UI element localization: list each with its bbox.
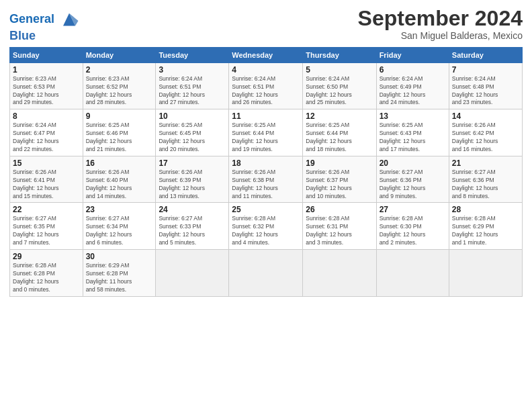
col-saturday: Saturday bbox=[449, 47, 522, 62]
day-info: Sunrise: 6:24 AM Sunset: 6:49 PM Dayligh… bbox=[380, 75, 446, 107]
table-row: 19Sunrise: 6:26 AM Sunset: 6:37 PM Dayli… bbox=[303, 156, 376, 203]
col-sunday: Sunday bbox=[10, 47, 83, 62]
day-info: Sunrise: 6:27 AM Sunset: 6:35 PM Dayligh… bbox=[13, 215, 80, 247]
day-info: Sunrise: 6:25 AM Sunset: 6:45 PM Dayligh… bbox=[159, 122, 226, 154]
day-info: Sunrise: 6:28 AM Sunset: 6:31 PM Dayligh… bbox=[306, 215, 373, 247]
table-row: 7Sunrise: 6:24 AM Sunset: 6:48 PM Daylig… bbox=[449, 62, 522, 109]
table-row: 20Sunrise: 6:27 AM Sunset: 6:36 PM Dayli… bbox=[376, 156, 449, 203]
day-info: Sunrise: 6:26 AM Sunset: 6:42 PM Dayligh… bbox=[452, 122, 519, 154]
table-row bbox=[449, 250, 522, 297]
day-info: Sunrise: 6:23 AM Sunset: 6:53 PM Dayligh… bbox=[13, 75, 80, 107]
day-number: 16 bbox=[86, 158, 153, 168]
month-title: September 2024 bbox=[358, 7, 523, 30]
table-row: 17Sunrise: 6:26 AM Sunset: 6:39 PM Dayli… bbox=[156, 156, 229, 203]
table-row: 30Sunrise: 6:29 AM Sunset: 6:28 PM Dayli… bbox=[83, 250, 156, 297]
col-wednesday: Wednesday bbox=[229, 47, 303, 62]
table-row: 9Sunrise: 6:25 AM Sunset: 6:46 PM Daylig… bbox=[83, 109, 156, 156]
day-number: 29 bbox=[13, 252, 80, 261]
day-number: 5 bbox=[306, 65, 373, 75]
col-monday: Monday bbox=[83, 47, 156, 62]
table-row bbox=[376, 250, 449, 297]
col-thursday: Thursday bbox=[303, 47, 376, 62]
table-row: 27Sunrise: 6:28 AM Sunset: 6:30 PM Dayli… bbox=[376, 203, 449, 250]
day-info: Sunrise: 6:25 AM Sunset: 6:44 PM Dayligh… bbox=[232, 122, 300, 154]
day-number: 4 bbox=[232, 65, 300, 75]
table-row: 26Sunrise: 6:28 AM Sunset: 6:31 PM Dayli… bbox=[303, 203, 376, 250]
day-info: Sunrise: 6:26 AM Sunset: 6:37 PM Dayligh… bbox=[306, 169, 373, 201]
day-number: 26 bbox=[306, 205, 373, 214]
logo-text: General bbox=[9, 9, 79, 30]
day-info: Sunrise: 6:26 AM Sunset: 6:38 PM Dayligh… bbox=[232, 169, 300, 201]
table-row: 21Sunrise: 6:27 AM Sunset: 6:36 PM Dayli… bbox=[449, 156, 522, 203]
day-info: Sunrise: 6:25 AM Sunset: 6:46 PM Dayligh… bbox=[86, 122, 153, 154]
table-row bbox=[156, 250, 229, 297]
title-block: September 2024 San Miguel Balderas, Mexi… bbox=[358, 7, 523, 41]
day-info: Sunrise: 6:27 AM Sunset: 6:33 PM Dayligh… bbox=[159, 215, 226, 247]
day-info: Sunrise: 6:24 AM Sunset: 6:50 PM Dayligh… bbox=[306, 75, 373, 107]
day-info: Sunrise: 6:27 AM Sunset: 6:36 PM Dayligh… bbox=[452, 169, 519, 201]
col-friday: Friday bbox=[376, 47, 449, 62]
day-info: Sunrise: 6:27 AM Sunset: 6:34 PM Dayligh… bbox=[86, 215, 153, 247]
day-info: Sunrise: 6:26 AM Sunset: 6:39 PM Dayligh… bbox=[159, 169, 226, 201]
day-number: 20 bbox=[380, 158, 446, 168]
day-number: 19 bbox=[306, 158, 373, 168]
table-row bbox=[229, 250, 303, 297]
table-row: 14Sunrise: 6:26 AM Sunset: 6:42 PM Dayli… bbox=[449, 109, 522, 156]
day-info: Sunrise: 6:24 AM Sunset: 6:47 PM Dayligh… bbox=[13, 122, 80, 154]
table-row: 28Sunrise: 6:28 AM Sunset: 6:29 PM Dayli… bbox=[449, 203, 522, 250]
day-number: 25 bbox=[232, 205, 300, 214]
logo: General Blue bbox=[9, 9, 79, 43]
table-row: 22Sunrise: 6:27 AM Sunset: 6:35 PM Dayli… bbox=[10, 203, 83, 250]
day-number: 24 bbox=[159, 205, 226, 214]
table-row: 8Sunrise: 6:24 AM Sunset: 6:47 PM Daylig… bbox=[10, 109, 83, 156]
day-number: 12 bbox=[306, 111, 373, 121]
table-row: 29Sunrise: 6:28 AM Sunset: 6:28 PM Dayli… bbox=[10, 250, 83, 297]
table-row: 1Sunrise: 6:23 AM Sunset: 6:53 PM Daylig… bbox=[10, 62, 83, 109]
day-info: Sunrise: 6:28 AM Sunset: 6:30 PM Dayligh… bbox=[380, 215, 446, 247]
day-info: Sunrise: 6:28 AM Sunset: 6:32 PM Dayligh… bbox=[232, 215, 300, 247]
day-info: Sunrise: 6:24 AM Sunset: 6:51 PM Dayligh… bbox=[232, 75, 300, 107]
table-row: 4Sunrise: 6:24 AM Sunset: 6:51 PM Daylig… bbox=[229, 62, 303, 109]
table-row: 5Sunrise: 6:24 AM Sunset: 6:50 PM Daylig… bbox=[303, 62, 376, 109]
day-number: 22 bbox=[13, 205, 80, 214]
day-info: Sunrise: 6:28 AM Sunset: 6:29 PM Dayligh… bbox=[452, 215, 519, 247]
table-row: 18Sunrise: 6:26 AM Sunset: 6:38 PM Dayli… bbox=[229, 156, 303, 203]
table-row: 24Sunrise: 6:27 AM Sunset: 6:33 PM Dayli… bbox=[156, 203, 229, 250]
day-info: Sunrise: 6:23 AM Sunset: 6:52 PM Dayligh… bbox=[86, 75, 153, 107]
table-row: 25Sunrise: 6:28 AM Sunset: 6:32 PM Dayli… bbox=[229, 203, 303, 250]
table-row: 15Sunrise: 6:26 AM Sunset: 6:41 PM Dayli… bbox=[10, 156, 83, 203]
day-info: Sunrise: 6:24 AM Sunset: 6:51 PM Dayligh… bbox=[159, 75, 226, 107]
day-number: 23 bbox=[86, 205, 153, 214]
day-number: 6 bbox=[380, 65, 446, 75]
table-row: 6Sunrise: 6:24 AM Sunset: 6:49 PM Daylig… bbox=[376, 62, 449, 109]
day-info: Sunrise: 6:27 AM Sunset: 6:36 PM Dayligh… bbox=[380, 169, 446, 201]
day-number: 13 bbox=[380, 111, 446, 121]
day-number: 3 bbox=[159, 65, 226, 75]
day-number: 15 bbox=[13, 158, 80, 168]
day-number: 17 bbox=[159, 158, 226, 168]
table-row bbox=[303, 250, 376, 297]
table-row: 11Sunrise: 6:25 AM Sunset: 6:44 PM Dayli… bbox=[229, 109, 303, 156]
table-row: 3Sunrise: 6:24 AM Sunset: 6:51 PM Daylig… bbox=[156, 62, 229, 109]
day-info: Sunrise: 6:26 AM Sunset: 6:41 PM Dayligh… bbox=[13, 169, 80, 201]
day-number: 1 bbox=[13, 65, 80, 75]
col-tuesday: Tuesday bbox=[156, 47, 229, 62]
table-row: 12Sunrise: 6:25 AM Sunset: 6:44 PM Dayli… bbox=[303, 109, 376, 156]
day-number: 11 bbox=[232, 111, 300, 121]
day-number: 30 bbox=[86, 252, 153, 261]
day-number: 9 bbox=[86, 111, 153, 121]
day-number: 18 bbox=[232, 158, 300, 168]
day-number: 10 bbox=[159, 111, 226, 121]
day-info: Sunrise: 6:29 AM Sunset: 6:28 PM Dayligh… bbox=[86, 262, 153, 294]
day-number: 27 bbox=[380, 205, 446, 214]
day-number: 7 bbox=[452, 65, 519, 75]
logo-subtext: Blue bbox=[9, 30, 79, 43]
location-title: San Miguel Balderas, Mexico bbox=[358, 30, 523, 41]
table-row: 16Sunrise: 6:26 AM Sunset: 6:40 PM Dayli… bbox=[83, 156, 156, 203]
day-number: 28 bbox=[452, 205, 519, 214]
table-row: 2Sunrise: 6:23 AM Sunset: 6:52 PM Daylig… bbox=[83, 62, 156, 109]
day-info: Sunrise: 6:28 AM Sunset: 6:28 PM Dayligh… bbox=[13, 262, 80, 294]
day-info: Sunrise: 6:25 AM Sunset: 6:43 PM Dayligh… bbox=[380, 122, 446, 154]
day-info: Sunrise: 6:25 AM Sunset: 6:44 PM Dayligh… bbox=[306, 122, 373, 154]
calendar-table: Sunday Monday Tuesday Wednesday Thursday… bbox=[9, 47, 523, 297]
